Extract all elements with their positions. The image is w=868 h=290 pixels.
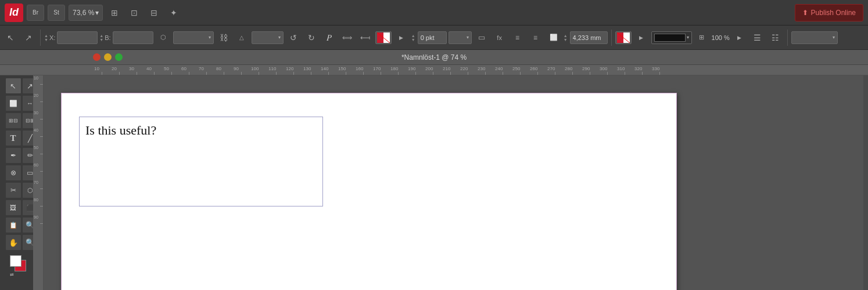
zoom-value: 73,6 % xyxy=(73,9,94,17)
ruler-tick: 180 xyxy=(389,65,407,75)
rect-icon[interactable]: ▭ xyxy=(474,30,490,46)
svg-rect-0 xyxy=(377,32,383,43)
page-tool[interactable]: ⬜ xyxy=(5,95,21,111)
ruler-v-tick: 90 xyxy=(33,215,43,232)
text-frame[interactable]: Is this useful? xyxy=(79,117,323,206)
svg-rect-4 xyxy=(623,32,630,43)
rotate-icon[interactable]: △ xyxy=(234,30,250,46)
align-icon[interactable]: ⟺ xyxy=(339,30,356,46)
arrange-icon[interactable]: ✦ xyxy=(166,5,182,21)
ruler-tick: 210 xyxy=(442,65,459,75)
separator-1 xyxy=(40,30,41,46)
dropdown-arrow-2: ▾ xyxy=(278,35,281,40)
zoom-pct-arrow[interactable]: ▶ xyxy=(731,30,748,46)
ruler-tick: 130 xyxy=(302,65,320,75)
minimize-button[interactable] xyxy=(104,53,112,61)
arrow-select-tool[interactable]: ↖ xyxy=(2,30,19,46)
pen-tool[interactable]: ✒ xyxy=(5,147,21,164)
separator-3 xyxy=(787,30,788,46)
frame-adjust-icon-1[interactable]: ⬜ xyxy=(546,30,562,46)
ruler-tick: 100 xyxy=(250,65,267,75)
dropdown-1[interactable]: ▾ xyxy=(173,31,214,44)
arrow-tool[interactable]: ↖ xyxy=(5,78,21,94)
arrow-select-tool-2[interactable]: ↗ xyxy=(20,30,37,46)
scissor-tool[interactable]: ⊗ xyxy=(5,165,21,181)
bridge-button[interactable]: Br xyxy=(27,5,44,21)
publish-icon: ⬆ xyxy=(802,9,808,17)
text-P-icon[interactable]: 𝑃 xyxy=(321,30,338,46)
arrow-right-icon-2[interactable]: ▶ xyxy=(633,30,650,46)
canvas-area[interactable]: Is this useful? xyxy=(44,75,863,290)
ruler-tick: 230 xyxy=(476,65,494,75)
undo-icon[interactable]: ↺ xyxy=(285,30,302,46)
color-swatch-2[interactable] xyxy=(615,31,632,44)
horizontal-ruler: 1020304050607080901001101201301401501601… xyxy=(0,65,868,75)
zoom-control[interactable]: 73,6 % ▾ xyxy=(69,5,103,21)
mm-input[interactable] xyxy=(570,31,608,44)
publish-online-button[interactable]: ⬆ Publish Online xyxy=(795,4,863,21)
hand-tool[interactable]: ✋ xyxy=(5,234,21,251)
redo-icon[interactable]: ↻ xyxy=(303,30,320,46)
separator-2 xyxy=(611,30,612,46)
color-fill-dropdown[interactable]: ▾ xyxy=(651,31,692,44)
close-button[interactable] xyxy=(93,53,101,61)
mm-arrows: ▲ ▼ xyxy=(564,34,568,42)
distribute-icon[interactable]: ⟻ xyxy=(357,30,374,46)
transform-icon-2[interactable]: ⊞ xyxy=(694,30,710,46)
ruler-v-tick: 80 xyxy=(33,197,43,215)
pkt-group: ▲ ▼ ▾ xyxy=(411,31,472,44)
scissors-tool[interactable]: ✂ xyxy=(5,182,21,198)
app-icon: Id xyxy=(5,3,23,22)
layout-icon-1[interactable]: ⊞ xyxy=(106,5,123,21)
zoom-arrow: ▾ xyxy=(95,9,99,17)
link-icon[interactable]: ⛓ xyxy=(216,30,232,46)
pkt-input[interactable] xyxy=(418,31,447,44)
ruler-tick: 60 xyxy=(180,65,198,75)
notes-tool[interactable]: 📋 xyxy=(5,217,21,233)
fg-color-swatch[interactable] xyxy=(10,255,21,267)
view-toggle-icon[interactable]: ☰ xyxy=(749,30,766,46)
title-bar: *Namnlöst-1 @ 74 % xyxy=(0,50,868,65)
window-title: *Namnlöst-1 @ 74 % xyxy=(401,53,467,61)
ruler-v-tick: 70 xyxy=(33,180,43,197)
content-indicator[interactable]: ⊞⊟ xyxy=(5,113,21,129)
pkt-dropdown[interactable]: ▾ xyxy=(449,31,472,44)
dropdown-arrow-1: ▾ xyxy=(209,35,211,40)
text-frame-content: Is this useful? xyxy=(80,117,322,144)
left-toolbar: 102030405060708090 ↖ ↗ ⬜ ↔ ⊞⊟ ⊟⊞ T ╱ ✒ ✏ xyxy=(0,75,44,290)
color-swatch-1[interactable] xyxy=(375,31,392,44)
ruler-tick: 330 xyxy=(651,65,668,75)
final-dropdown[interactable]: ▾ xyxy=(791,31,838,44)
pkt-dropdown-arrow: ▾ xyxy=(467,35,469,40)
align-left-icon[interactable]: ≡ xyxy=(510,30,526,46)
image-frame-tool[interactable]: 🖼 xyxy=(5,200,21,216)
swap-icon[interactable]: ⇄ xyxy=(10,272,14,277)
b-input[interactable] xyxy=(113,31,153,44)
align-right-icon[interactable]: ≡ xyxy=(528,30,544,46)
layout-icon-3[interactable]: ⊟ xyxy=(146,5,162,21)
ruler-tick: 300 xyxy=(598,65,616,75)
svg-rect-3 xyxy=(617,32,623,43)
arrow-right-icon[interactable]: ▶ xyxy=(393,30,410,46)
ruler-tick: 70 xyxy=(198,65,215,75)
x-coord-group: ▲▼ X: xyxy=(44,31,98,44)
ruler-tick: 40 xyxy=(145,65,163,75)
x-input[interactable] xyxy=(57,31,98,44)
view-icon-2[interactable]: ☷ xyxy=(767,30,784,46)
ruler-tick: 10 xyxy=(93,65,110,75)
svg-rect-1 xyxy=(383,32,390,43)
final-dropdown-arrow: ▾ xyxy=(833,35,835,40)
ruler-h-inner: 1020304050607080901001101201301401501601… xyxy=(93,65,668,75)
top-bar: Id Br St 73,6 % ▾ ⊞ ⊡ ⊟ ✦ ⬆ Publish Onli… xyxy=(0,0,868,26)
type-tool[interactable]: T xyxy=(5,130,21,146)
layout-icon-2[interactable]: ⊡ xyxy=(126,5,142,21)
stock-button[interactable]: St xyxy=(48,5,65,21)
page-canvas: Is this useful? xyxy=(61,93,677,290)
b-coord-group: ▲▼ B: xyxy=(99,31,153,44)
dropdown-2[interactable]: ▾ xyxy=(252,31,284,44)
transform-icon[interactable]: ⬡ xyxy=(155,30,171,46)
ruler-tick: 20 xyxy=(110,65,128,75)
red-white-swatch-icon xyxy=(377,32,390,43)
maximize-button[interactable] xyxy=(115,53,123,61)
fx-icon[interactable]: fx xyxy=(492,30,508,46)
